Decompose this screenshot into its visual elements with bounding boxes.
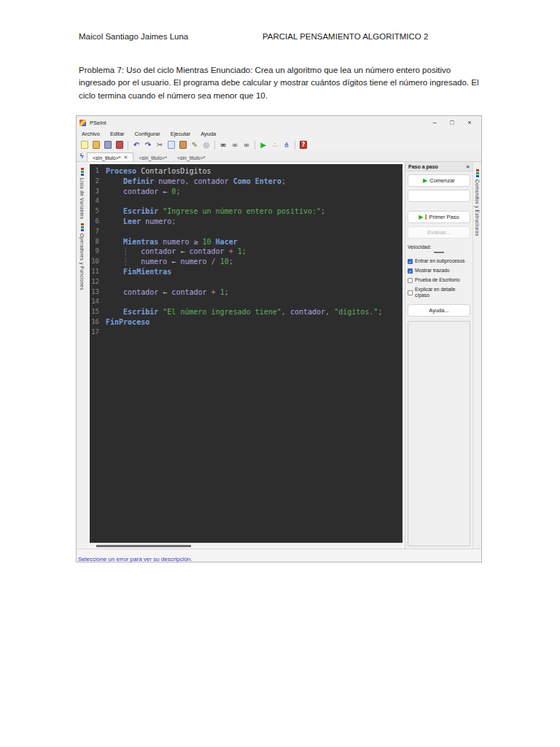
blank-button[interactable]	[408, 190, 470, 202]
slider-handle-icon[interactable]	[434, 252, 444, 253]
replace-icon[interactable]: ∞	[241, 140, 252, 150]
code-text: ┆ numero ← numero / 10;	[106, 257, 233, 267]
side-tab-commands[interactable]: Comandos y Estructuras	[475, 179, 480, 236]
find-icon[interactable]: ∞	[218, 140, 228, 150]
panel-close-icon[interactable]: ×	[466, 163, 470, 170]
tab-close-icon[interactable]: ✕	[124, 155, 128, 160]
operators-icon	[81, 223, 84, 231]
code-line: 3 contador ← 0;	[90, 187, 402, 197]
code-text: Mientras numero ≥ 10 Hacer	[106, 237, 238, 247]
save-all-icon[interactable]	[114, 140, 125, 150]
preview-icon[interactable]: ◎	[201, 140, 211, 150]
close-button[interactable]: ×	[461, 116, 478, 129]
editor-tab-3[interactable]: <sin_titulo>*	[172, 154, 211, 161]
menu-ejecutar[interactable]: Ejecutar	[166, 131, 196, 137]
menu-configurar[interactable]: Configurar	[130, 131, 166, 137]
code-line: 17	[90, 328, 402, 338]
step-run-icon[interactable]: ∴	[270, 140, 280, 150]
line-number: 3	[90, 187, 106, 197]
document-title: PARCIAL PENSAMIENTO ALGORITMICO 2	[262, 32, 428, 41]
code-line: 1Proceso ContarlosDigitos	[90, 166, 402, 177]
help-button[interactable]: Ayuda...	[408, 304, 470, 317]
line-number: 7	[90, 227, 106, 237]
undo-icon[interactable]: ↶	[131, 140, 141, 150]
side-tab-operators[interactable]: Operadores y Funciones	[79, 233, 85, 290]
option-row-1[interactable]: ✓Entrar en subprocesos	[408, 258, 470, 264]
option-label: Mostrar trazado	[415, 268, 450, 274]
editor-tab-2[interactable]: <sin_titulo>*	[133, 154, 172, 161]
menu-bar: ArchivoEditarConfigurarEjecutarAyuda	[77, 129, 481, 139]
help-icon[interactable]: ?	[298, 140, 308, 150]
step-panel-header: Paso a paso ×	[405, 162, 472, 171]
new-file-icon[interactable]	[79, 140, 90, 150]
play-icon: ▶	[423, 177, 427, 184]
option-row-4[interactable]: Explicar en detalle c/paso	[408, 287, 470, 298]
line-number: 10	[90, 257, 106, 267]
start-button-label: Comenzar	[429, 177, 455, 184]
checkbox-checked-icon[interactable]: ✓	[408, 268, 413, 274]
window-title: PSeInt	[90, 120, 426, 126]
checkbox-unchecked-icon[interactable]	[408, 278, 413, 283]
evaluate-button[interactable]: Evaluar...	[408, 226, 470, 239]
scrollbar-thumb[interactable]	[96, 545, 191, 547]
code-line: 12	[90, 277, 402, 287]
tab-bar: ϟ <sin_titulo>*✕<sin_titulo>*<sin_titulo…	[77, 151, 481, 162]
menu-editar[interactable]: Editar	[105, 131, 130, 137]
left-side-tabs: Lista de Variables Operadores y Funcione…	[77, 162, 88, 549]
first-step-button[interactable]: ▶ Primer Paso	[408, 211, 470, 223]
minimize-button[interactable]: –	[426, 116, 443, 129]
checkbox-unchecked-icon[interactable]	[408, 290, 413, 295]
pseint-window: PSeInt – □ × ArchivoEditarConfigurarEjec…	[76, 115, 482, 562]
code-line: 6 Leer numero;	[90, 217, 402, 227]
right-side-tabs: Comandos y Estructuras	[472, 162, 481, 549]
toolbar-separator	[295, 141, 295, 150]
editor-tab-1[interactable]: <sin_titulo>*✕	[87, 152, 133, 161]
open-file-icon[interactable]	[91, 140, 101, 150]
code-text: Escribir "El número ingresado tiene", co…	[106, 307, 382, 317]
panel-empty-area	[408, 321, 470, 546]
menu-archivo[interactable]: Archivo	[77, 131, 105, 137]
tab-label: <sin_titulo>*	[139, 155, 167, 160]
side-tab-variables[interactable]: Lista de Variables	[79, 178, 85, 220]
edit-document-icon[interactable]: ✎	[190, 140, 200, 150]
pseint-logo-icon	[79, 120, 86, 126]
copy-icon[interactable]	[166, 140, 176, 150]
line-number: 17	[90, 328, 106, 338]
start-button[interactable]: ▶ Comenzar	[408, 174, 470, 187]
toolbar-separator	[254, 141, 255, 150]
option-label: Explicar en detalle c/paso	[415, 287, 470, 298]
checkbox-checked-icon[interactable]: ✓	[408, 259, 413, 264]
paste-icon[interactable]	[178, 140, 188, 150]
step-panel: Paso a paso × ▶ Comenzar ▶ Primer Paso E…	[405, 162, 472, 549]
speed-slider[interactable]	[408, 249, 470, 255]
variables-list-icon	[81, 168, 84, 176]
cut-icon[interactable]: ✂	[155, 140, 165, 150]
code-editor[interactable]: 1Proceso ContarlosDigitos2 Definir numer…	[90, 164, 402, 543]
options-checkboxes: ✓Entrar en subprocesos✓Mostrar trazadoPr…	[408, 258, 470, 298]
line-number: 15	[90, 307, 106, 317]
quick-run-icon[interactable]: ϟ	[77, 151, 87, 161]
maximize-button[interactable]: □	[443, 116, 461, 129]
tab-label: <sin_titulo>*	[93, 155, 121, 160]
option-row-2[interactable]: ✓Mostrar trazado	[408, 268, 470, 274]
code-line: 5 Escribir "Ingrese un número entero pos…	[90, 206, 402, 217]
line-number: 1	[90, 166, 106, 177]
redo-icon[interactable]: ↷	[143, 140, 153, 150]
option-row-3[interactable]: Prueba de Escritorio	[408, 277, 470, 283]
step-play-icon: ▶	[419, 214, 423, 220]
author-name: Maicol Santiago Jaimes Luna	[79, 32, 188, 41]
line-number: 16	[90, 317, 106, 328]
save-icon[interactable]	[103, 140, 113, 150]
flow-diagram-icon[interactable]: ⋔	[281, 140, 292, 150]
find-next-icon[interactable]: ∞	[230, 140, 240, 150]
code-line: 2 Definir numero, contador Como Entero;	[90, 177, 402, 187]
code-line: 13 contador ← contador + 1;	[90, 287, 402, 298]
menu-ayuda[interactable]: Ayuda	[195, 131, 221, 137]
horizontal-scrollbar[interactable]	[90, 543, 402, 549]
editor-frame: 1Proceso ContarlosDigitos2 Definir numer…	[88, 162, 405, 549]
line-number: 13	[90, 287, 106, 298]
status-bar: Seleccione un error para ver su descripc…	[77, 549, 481, 562]
run-icon[interactable]: ▶	[258, 140, 268, 150]
code-line: 8 Mientras numero ≥ 10 Hacer	[90, 237, 402, 247]
line-number: 11	[90, 267, 106, 277]
